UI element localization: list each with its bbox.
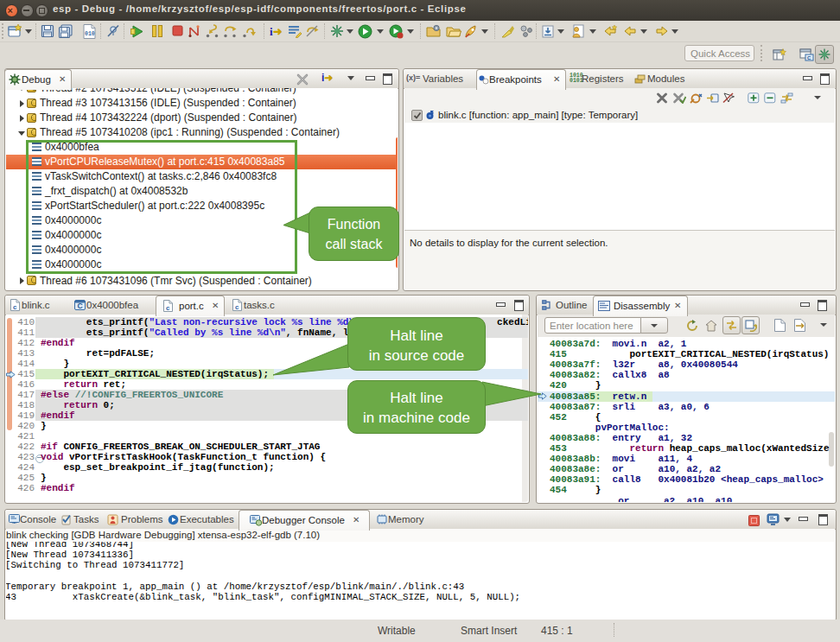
svg-text:c: c [166,304,170,312]
svg-text:C: C [807,55,811,60]
svg-text:C: C [78,302,83,310]
svg-text:c: c [235,303,239,311]
svg-text:c: c [13,303,17,311]
svg-text:010: 010 [85,31,95,37]
